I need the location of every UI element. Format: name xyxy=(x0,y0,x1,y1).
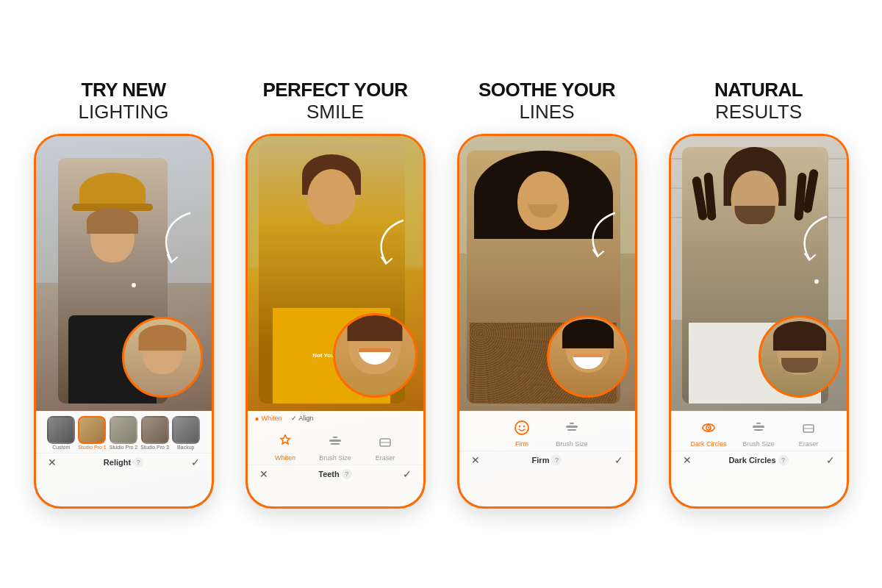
cancel-icon-3[interactable]: ✕ xyxy=(471,454,480,466)
whiten-icon xyxy=(275,431,295,452)
toolbar-label-1: Relight xyxy=(104,458,131,467)
phone-inner-2: Not You Baby xyxy=(248,136,423,506)
dark-circles-icon xyxy=(698,417,719,438)
cancel-icon-1[interactable]: ✕ xyxy=(48,456,57,468)
confirm-icon-1[interactable]: ✓ xyxy=(191,456,200,468)
toolbar-label-4: Dark Circles xyxy=(728,456,775,465)
toolbar-1: Custom Studio Pro 1 Studio Pro 2 St xyxy=(36,411,212,506)
title-bold-1: TRY NEW xyxy=(79,79,169,101)
eraser-label-4: Eraser xyxy=(799,440,819,448)
filter-label-studio2: Studio Pro 2 xyxy=(110,445,138,450)
help-badge-1[interactable]: ? xyxy=(133,457,143,467)
toolbar-4: Dark Circles Brush Size Er xyxy=(671,411,847,506)
whiten-label: Whiten xyxy=(262,415,282,422)
toolbar-bottom-1: ✕ Relight ? ✓ xyxy=(36,453,212,471)
toolbar-label-area-3: Firm ? xyxy=(532,455,562,465)
svg-rect-8 xyxy=(566,426,578,428)
help-badge-4[interactable]: ? xyxy=(778,455,789,465)
filter-custom[interactable]: Custom xyxy=(47,416,75,450)
toolbar-bottom-4: ✕ Dark Circles ? ✓ xyxy=(671,451,847,469)
tool-brush-size-3[interactable]: Brush Size xyxy=(553,417,590,448)
brush-size-icon-2 xyxy=(325,431,345,452)
whiten-tag: ● Whiten xyxy=(255,415,282,423)
whiten-align-row: ● Whiten ✓ Align xyxy=(248,412,423,426)
panel-title-lines: SOOTHE YOUR LINES xyxy=(478,79,615,123)
phone-inner-3: Firm Brush Size ✕ Firm xyxy=(459,136,635,506)
confirm-icon-4[interactable]: ✓ xyxy=(826,454,835,466)
toolbar-bottom-3: ✕ Firm ? ✓ xyxy=(459,451,635,469)
tool-brush-size-2[interactable]: Brush Size xyxy=(317,431,354,462)
toolbar-2: ● Whiten ✓ Align xyxy=(248,411,423,506)
filter-thumb-studio3[interactable] xyxy=(141,416,169,444)
toolbar-icons-4: Dark Circles Brush Size Er xyxy=(671,412,847,451)
toolbar-bottom-2: ✕ Teeth ? ✓ xyxy=(248,465,423,483)
confirm-icon-3[interactable]: ✓ xyxy=(614,454,623,466)
tool-dark-circles[interactable]: Dark Circles xyxy=(690,417,727,448)
brush-size-icon-3 xyxy=(562,417,582,438)
panel-title-lighting: TRY NEW LIGHTING xyxy=(79,79,169,123)
toolbar-label-3: Firm xyxy=(532,456,550,465)
filter-studio1[interactable]: Studio Pro 1 xyxy=(78,416,107,450)
tool-eraser-2[interactable]: Eraser xyxy=(367,431,404,462)
svg-point-5 xyxy=(515,421,528,434)
svg-rect-0 xyxy=(329,440,341,442)
tool-eraser-4[interactable]: Eraser xyxy=(790,417,827,448)
firm-label: Firm xyxy=(515,440,528,448)
panel-smile: PERFECT YOUR SMILE xyxy=(236,79,434,509)
panel-title-results: NATURAL RESULTS xyxy=(714,79,803,123)
title-light-3: LINES xyxy=(478,101,615,123)
filter-thumb-custom[interactable] xyxy=(47,416,75,444)
phone-inner-4: Dark Circles Brush Size Er xyxy=(671,136,847,506)
align-label: Align xyxy=(299,415,314,422)
toolbar-icons-2: Whiten Brush Size Eraser xyxy=(248,426,423,465)
cancel-icon-2[interactable]: ✕ xyxy=(259,468,268,480)
brush-size-label-4: Brush Size xyxy=(742,440,775,448)
cancel-icon-4[interactable]: ✕ xyxy=(683,454,692,466)
help-badge-2[interactable]: ? xyxy=(342,469,352,479)
arrow-deco-4 xyxy=(793,213,833,265)
filter-thumb-backup[interactable] xyxy=(172,416,200,444)
filter-label-backup: Backup xyxy=(177,445,194,450)
svg-rect-14 xyxy=(753,426,764,428)
toolbar-label-2: Teeth xyxy=(318,470,340,478)
align-tag: ✓ Align xyxy=(291,415,314,422)
svg-rect-15 xyxy=(754,429,763,431)
filter-thumb-studio1[interactable] xyxy=(78,416,106,444)
filter-backup[interactable]: Backup xyxy=(172,416,200,450)
showcase-container: TRY NEW LIGHTING xyxy=(0,0,882,588)
tool-brush-size-4[interactable]: Brush Size xyxy=(740,417,777,448)
toolbar-label-area-4: Dark Circles ? xyxy=(728,455,788,465)
phone-frame-2: Not You Baby xyxy=(245,134,426,509)
brush-size-icon-4 xyxy=(748,417,769,438)
filter-studio2[interactable]: Studio Pro 2 xyxy=(110,416,138,450)
tool-whiten[interactable]: Whiten xyxy=(267,431,304,462)
arrow-deco-2 xyxy=(370,217,410,268)
title-light-4: RESULTS xyxy=(714,101,803,123)
eraser-label-2: Eraser xyxy=(376,454,395,462)
align-check: ✓ xyxy=(291,415,297,422)
filter-studio3[interactable]: Studio Pro 3 xyxy=(140,416,169,450)
filter-thumb-studio2[interactable] xyxy=(110,416,137,444)
svg-point-13 xyxy=(708,427,709,429)
filter-row-1: Custom Studio Pro 1 Studio Pro 2 St xyxy=(36,412,212,453)
phone-frame-3: Firm Brush Size ✕ Firm xyxy=(457,134,637,509)
filter-label-studio1: Studio Pro 1 xyxy=(78,445,107,450)
eraser-icon-4 xyxy=(798,417,819,438)
svg-point-7 xyxy=(523,426,525,427)
title-bold-3: SOOTHE YOUR xyxy=(478,79,615,101)
whiten-label-tool: Whiten xyxy=(275,454,295,462)
panel-results: NATURAL RESULTS xyxy=(659,79,858,509)
confirm-icon-2[interactable]: ✓ xyxy=(403,468,412,480)
arrow-deco-3 xyxy=(581,209,622,261)
firm-icon xyxy=(512,417,532,438)
tool-firm[interactable]: Firm xyxy=(503,417,540,448)
panel-title-smile: PERFECT YOUR SMILE xyxy=(262,79,407,123)
svg-rect-16 xyxy=(756,423,761,424)
svg-point-6 xyxy=(519,426,520,427)
title-bold-4: NATURAL xyxy=(714,79,803,101)
svg-rect-1 xyxy=(331,443,340,445)
eraser-icon-2 xyxy=(375,431,395,452)
brush-size-label-2: Brush Size xyxy=(319,454,351,462)
svg-rect-9 xyxy=(567,429,576,431)
help-badge-3[interactable]: ? xyxy=(551,455,562,465)
